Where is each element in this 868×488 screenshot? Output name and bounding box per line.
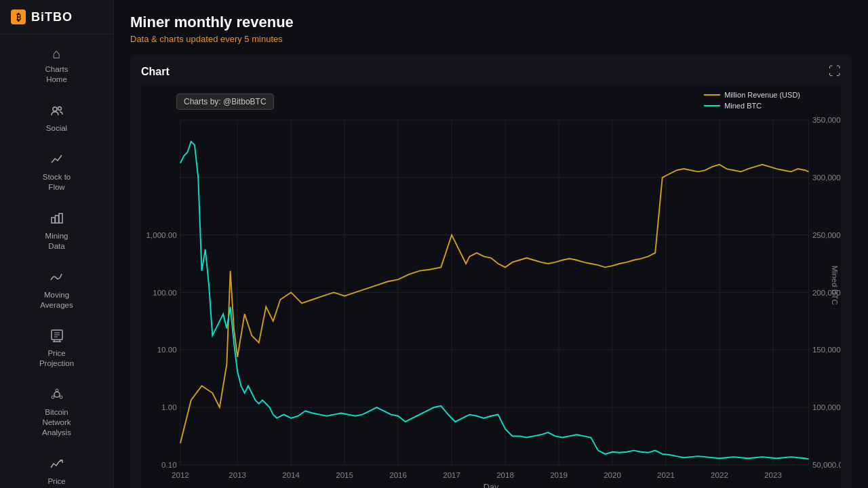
- logo-text: BiTBO: [31, 10, 73, 24]
- svg-text:2014: 2014: [282, 470, 300, 479]
- svg-text:150,000.0: 150,000.0: [812, 345, 841, 354]
- svg-text:2013: 2013: [229, 470, 246, 479]
- network-analysis-icon: [50, 388, 64, 403]
- svg-text:100,000.0: 100,000.0: [812, 403, 841, 411]
- chart-section: Chart ⛶ Charts by: @BitboBTC Million Rev…: [130, 55, 852, 488]
- price-projection-icon: [50, 329, 64, 344]
- legend-line-mined-btc: [704, 105, 720, 106]
- svg-text:1.00: 1.00: [161, 403, 177, 411]
- svg-text:2018: 2018: [496, 470, 514, 479]
- chart-header: Chart ⛶: [141, 64, 841, 79]
- fullscreen-button[interactable]: ⛶: [829, 64, 841, 79]
- svg-text:300,000.0: 300,000.0: [812, 173, 841, 182]
- chart-area: Charts by: @BitboBTC Million Revenue (US…: [141, 84, 841, 488]
- svg-rect-3: [55, 216, 58, 223]
- sidebar-label-social: Social: [46, 123, 67, 134]
- sidebar-item-stock-to-flow[interactable]: Stock toFlow: [0, 143, 113, 202]
- moving-averages-icon: [50, 270, 64, 286]
- sidebar-item-charts-home[interactable]: ⌂ ChartsHome: [0, 37, 113, 94]
- svg-text:1,000.00: 1,000.00: [146, 230, 177, 239]
- social-icon: [50, 104, 64, 119]
- legend-line-revenue: [704, 94, 720, 96]
- svg-text:Day: Day: [484, 483, 499, 488]
- sidebar-item-bitcoin-network-analysis[interactable]: BitcoinNetworkAnalysis: [0, 378, 113, 447]
- sidebar-item-social[interactable]: Social: [0, 94, 113, 143]
- svg-text:Mined BTC: Mined BTC: [831, 266, 840, 305]
- svg-text:2020: 2020: [604, 470, 621, 479]
- svg-text:2016: 2016: [389, 470, 407, 479]
- legend-item-mined-btc: Mined BTC: [704, 102, 800, 110]
- svg-rect-2: [52, 218, 55, 223]
- svg-line-19: [54, 396, 54, 396]
- svg-text:50,000.0: 50,000.0: [812, 460, 841, 469]
- svg-text:350,000.0: 350,000.0: [812, 115, 841, 124]
- svg-point-15: [52, 396, 54, 399]
- mining-icon: [50, 211, 64, 227]
- chart-title: Chart: [141, 66, 170, 78]
- sidebar-label-charts-home: ChartsHome: [45, 64, 68, 85]
- svg-text:2023: 2023: [764, 470, 782, 479]
- chart-watermark: Charts by: @BitboBTC: [176, 94, 274, 110]
- page-title: Miner monthly revenue: [130, 14, 852, 31]
- sidebar-item-moving-averages[interactable]: MovingAverages: [0, 261, 113, 320]
- svg-text:2019: 2019: [550, 470, 568, 479]
- svg-text:10.00: 10.00: [157, 345, 177, 354]
- sidebar-item-price-projection[interactable]: PriceProjection: [0, 319, 113, 378]
- svg-text:200,000.0: 200,000.0: [812, 288, 841, 297]
- logo-area: ₿ BiTBO: [0, 0, 113, 35]
- svg-rect-4: [59, 214, 62, 223]
- svg-point-0: [53, 107, 57, 111]
- page-subtitle: Data & charts updated every 5 minutes: [130, 34, 852, 44]
- sidebar-label-mining-data: MiningData: [45, 231, 68, 251]
- sidebar-label-price-projection: PriceProjection: [39, 348, 74, 369]
- sidebar-label-moving-averages: MovingAverages: [40, 290, 73, 310]
- price-icon: [50, 457, 64, 472]
- svg-rect-20: [141, 84, 841, 488]
- sidebar: ₿ BiTBO ⌂ ChartsHome Social Stock toFlow: [0, 0, 114, 488]
- svg-text:0.10: 0.10: [161, 460, 177, 469]
- sidebar-label-bitcoin-network-analysis: BitcoinNetworkAnalysis: [42, 407, 71, 438]
- svg-point-12: [54, 392, 60, 397]
- sidebar-item-price[interactable]: Price: [0, 447, 113, 488]
- sidebar-label-price: Price: [47, 476, 65, 487]
- svg-line-18: [59, 396, 60, 396]
- bitcoin-logo-icon: ₿: [11, 9, 26, 24]
- legend-item-revenue: Million Revenue (USD): [704, 91, 800, 99]
- stock-flow-icon: [50, 152, 64, 168]
- chart-legend: Million Revenue (USD) Mined BTC: [704, 91, 800, 110]
- svg-text:2015: 2015: [336, 470, 353, 479]
- home-icon: ⌂: [52, 47, 60, 60]
- svg-point-14: [60, 396, 62, 399]
- sidebar-label-stock-to-flow: Stock toFlow: [43, 172, 71, 192]
- svg-text:2012: 2012: [172, 470, 189, 479]
- legend-label-revenue: Million Revenue (USD): [724, 91, 800, 99]
- svg-text:2021: 2021: [657, 470, 675, 479]
- svg-text:2017: 2017: [443, 470, 460, 479]
- legend-label-mined-btc: Mined BTC: [724, 102, 762, 110]
- sidebar-item-mining-data[interactable]: MiningData: [0, 202, 113, 261]
- main-content: Miner monthly revenue Data & charts upda…: [114, 0, 868, 488]
- svg-text:250,000.0: 250,000.0: [812, 230, 841, 239]
- svg-point-1: [58, 106, 61, 110]
- svg-text:2022: 2022: [711, 470, 728, 479]
- chart-svg: Million Revenue (USD) Mined BTC: [141, 84, 841, 488]
- svg-text:100.00: 100.00: [153, 288, 176, 297]
